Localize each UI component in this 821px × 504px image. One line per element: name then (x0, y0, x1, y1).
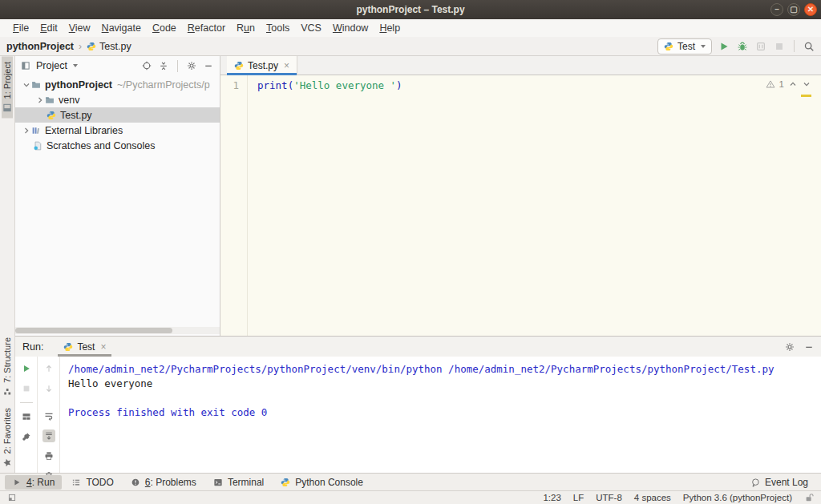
todo-icon (71, 478, 81, 487)
unlock-icon[interactable] (804, 493, 814, 502)
run-panel-title: Run: (22, 341, 43, 353)
warning-stripe-mark[interactable] (801, 95, 811, 97)
problems-icon (131, 478, 140, 487)
gear-icon[interactable] (187, 61, 196, 71)
minimize-button[interactable]: – (770, 3, 783, 16)
menu-edit[interactable]: Edit (34, 22, 63, 34)
coverage-icon (755, 41, 766, 52)
breadcrumb-project[interactable]: pythonProject (6, 41, 74, 52)
arrow-up-button[interactable] (42, 362, 55, 375)
tree-item-pythonproject[interactable]: pythonProject~/PycharmProjects/p (15, 77, 220, 92)
chevron-up-icon[interactable] (788, 79, 798, 89)
toolwindow-button-terminal[interactable]: Terminal (206, 475, 271, 490)
warning-count: 1 (779, 79, 784, 89)
stripe--favorites[interactable]: 2: Favorites (2, 402, 13, 473)
console-line: Hello everyone (68, 377, 821, 391)
event-log-button[interactable]: Event Log (765, 477, 808, 488)
toolwindow-button-4-run[interactable]: 4: Run (5, 475, 62, 490)
rerun-button[interactable] (20, 362, 33, 375)
gear-icon[interactable] (785, 342, 795, 352)
toolwindow-button-6-problems[interactable]: 6: Problems (123, 475, 204, 490)
chevron-down-icon[interactable] (22, 80, 31, 90)
code-token-kw: print (257, 79, 288, 91)
toolwindow-switcher-icon[interactable] (7, 493, 17, 502)
toolwindow-button-todo[interactable]: TODO (64, 475, 120, 490)
chevron-down-icon[interactable] (73, 64, 78, 67)
console-line (68, 391, 821, 405)
pin-button[interactable] (20, 430, 33, 443)
close-button[interactable]: ✕ (804, 3, 817, 16)
locate-icon[interactable] (142, 61, 152, 71)
run-toolbar-console (38, 357, 60, 473)
tree-item-external-libraries[interactable]: External Libraries (15, 123, 220, 138)
code-line[interactable]: print('Hello everyone ') (248, 75, 402, 336)
chevron-right-icon[interactable] (35, 95, 45, 105)
editor-tab-bar: Test.py × (220, 56, 821, 75)
chevron-down-icon[interactable] (802, 79, 811, 89)
toolwindow-button-python-console[interactable]: Python Console (273, 475, 370, 490)
collapse-all-icon[interactable] (159, 61, 168, 71)
menu-file[interactable]: File (7, 22, 34, 34)
project-panel-title[interactable]: Project (36, 60, 67, 71)
menu-tools[interactable]: Tools (261, 22, 295, 34)
toolwindow-button-label: TODO (86, 477, 113, 488)
menu-vcs[interactable]: VCS (295, 22, 327, 34)
maximize-button[interactable]: ▢ (787, 3, 800, 16)
tree-item-scratches-and-consoles[interactable]: Scratches and Consoles (15, 138, 220, 153)
scroll-end-icon (44, 431, 54, 441)
breadcrumb-file[interactable]: Test.py (99, 41, 131, 52)
arrow-down-button[interactable] (42, 382, 55, 395)
chevron-right-icon[interactable] (22, 126, 31, 135)
menu-navigate[interactable]: Navigate (96, 22, 147, 34)
python-interpreter[interactable]: Python 3.6 (pythonProject) (683, 493, 792, 502)
menu-run[interactable]: Run (231, 22, 261, 34)
stripe--structure[interactable]: 7: Structure (2, 332, 13, 402)
stripe-label-text: 2: Favorites (2, 408, 12, 454)
scrollbar-thumb[interactable] (15, 328, 172, 333)
scroll-end-button[interactable] (42, 429, 55, 442)
library-icon (31, 126, 41, 135)
close-icon[interactable]: × (284, 61, 289, 71)
run-toolbar: Test (657, 38, 815, 54)
debug-icon[interactable] (737, 41, 748, 52)
close-icon[interactable]: × (100, 342, 106, 352)
console-line: Process finished with exit code 0 (68, 405, 821, 420)
console-output[interactable]: /home/admin_net2/PycharmProjects/pythonP… (60, 357, 821, 473)
line-separator[interactable]: LF (573, 493, 584, 502)
stop-button[interactable] (20, 382, 33, 395)
file-encoding[interactable]: UTF-8 (596, 493, 622, 502)
scratches-icon (33, 141, 42, 151)
active-tab-underline (58, 354, 111, 357)
menu-window[interactable]: Window (327, 22, 374, 34)
indent-setting[interactable]: 4 spaces (634, 493, 671, 502)
menu-code[interactable]: Code (147, 22, 182, 34)
caret-position[interactable]: 1:23 (543, 493, 560, 502)
stripe--project[interactable]: 1: Project (2, 56, 13, 118)
editor-tab-testpy[interactable]: Test.py × (227, 56, 297, 75)
python-file-icon (63, 342, 73, 352)
tree-item-test-py[interactable]: Test.py (15, 107, 220, 123)
run-tab-label: Test (77, 341, 95, 353)
menu-view[interactable]: View (63, 22, 96, 34)
run-icon[interactable] (718, 41, 730, 52)
tree-item-venv[interactable]: venv (15, 92, 220, 107)
editor-body[interactable]: 1 print('Hello everyone ') 1 (220, 75, 821, 336)
hide-icon[interactable] (204, 61, 213, 71)
run-configuration-select[interactable]: Test (657, 38, 712, 54)
inspections-widget[interactable]: 1 (766, 79, 811, 89)
softwrap-button[interactable] (42, 409, 55, 422)
editor-gutter: 1 (220, 75, 248, 336)
folder-icon (31, 80, 41, 90)
menu-refactor[interactable]: Refactor (182, 22, 231, 34)
hide-icon[interactable] (804, 342, 814, 352)
window-controls: –▢✕ (770, 3, 817, 16)
horizontal-scrollbar[interactable] (15, 327, 220, 334)
printer-button[interactable] (42, 450, 55, 462)
toolbar-separator (20, 402, 33, 403)
rerun-icon (22, 364, 31, 373)
folder-icon (45, 95, 55, 105)
menu-help[interactable]: Help (374, 22, 406, 34)
layout-button[interactable] (20, 410, 33, 423)
run-tab-test[interactable]: Test × (58, 337, 111, 357)
search-icon[interactable] (803, 41, 815, 52)
